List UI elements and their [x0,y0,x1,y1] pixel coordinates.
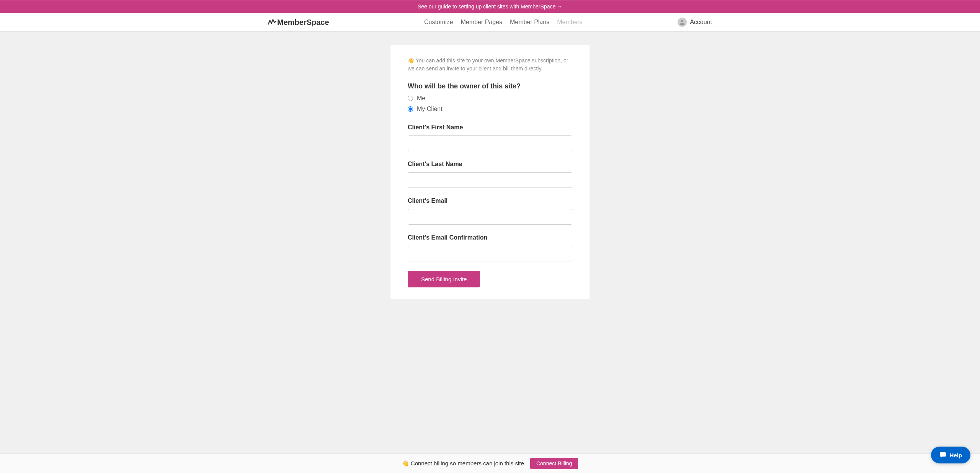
nav-links: Customize Member Pages Member Plans Memb… [424,19,583,26]
owner-radio-group: Me My Client [408,95,572,113]
bottom-bar-text: 👋 Connect billing so members can join th… [402,460,526,467]
connect-billing-button[interactable]: Connect Billing [530,458,578,469]
email-confirm-input[interactable] [408,246,572,261]
wave-emoji: 👋 [408,57,414,64]
nav-member-pages[interactable]: Member Pages [461,19,503,26]
header: MemberSpace Customize Member Pages Membe… [0,13,980,32]
logo-icon [268,18,276,27]
bottom-message: Connect billing so members can join this… [409,460,526,466]
radio-client-input[interactable] [408,106,413,112]
chat-icon [939,452,946,458]
nav-member-plans[interactable]: Member Plans [510,19,549,26]
send-invite-button[interactable]: Send Billing Invite [408,271,480,287]
email-confirm-group: Client's Email Confirmation [408,234,572,261]
email-label: Client's Email [408,197,572,204]
nav-customize[interactable]: Customize [424,19,453,26]
svg-point-0 [681,20,683,22]
intro-message: You can add this site to your own Member… [408,57,568,72]
avatar-icon [678,18,687,27]
last-name-input[interactable] [408,172,572,188]
radio-option-me[interactable]: Me [408,95,572,102]
email-input[interactable] [408,209,572,225]
email-confirm-label: Client's Email Confirmation [408,234,572,241]
email-group: Client's Email [408,197,572,225]
owner-question: Who will be the owner of this site? [408,82,572,90]
intro-text: 👋 You can add this site to your own Memb… [408,57,572,73]
first-name-group: Client's First Name [408,124,572,151]
radio-me-label[interactable]: Me [417,95,425,102]
last-name-label: Client's Last Name [408,161,572,168]
help-button[interactable]: Help [931,447,970,463]
bottom-emoji: 👋 [402,460,409,466]
logo[interactable]: MemberSpace [268,18,329,27]
radio-client-label[interactable]: My Client [417,106,443,113]
main-content: 👋 You can add this site to your own Memb… [0,32,980,329]
guide-banner[interactable]: See our guide to setting up client sites… [0,0,980,13]
form-card: 👋 You can add this site to your own Memb… [390,45,590,299]
account-label: Account [690,19,712,26]
nav-members[interactable]: Members [557,19,583,26]
help-label: Help [949,452,962,458]
logo-text: MemberSpace [277,18,329,27]
radio-me-input[interactable] [408,96,413,101]
banner-text: See our guide to setting up client sites… [418,3,562,10]
last-name-group: Client's Last Name [408,161,572,188]
account-menu[interactable]: Account [678,18,712,27]
bottom-bar: 👋 Connect billing so members can join th… [0,453,980,473]
first-name-input[interactable] [408,135,572,151]
radio-option-client[interactable]: My Client [408,106,572,113]
first-name-label: Client's First Name [408,124,572,131]
